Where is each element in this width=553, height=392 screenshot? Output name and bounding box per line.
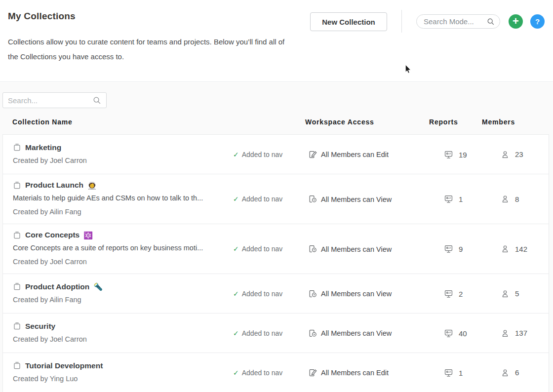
check-icon: ✓ [233, 290, 239, 298]
collection-creator: Created by Ying Luo [13, 372, 230, 386]
access-view-icon [308, 195, 317, 204]
collection-name-link[interactable]: Marketing [25, 142, 61, 154]
access-edit-icon [308, 368, 317, 377]
table-row[interactable]: Product Launch 👩‍🚀 Materials to help gui… [3, 174, 549, 224]
collection-name-cell: Core Concepts 🔯 Core Concepts are a suit… [3, 224, 230, 274]
added-to-nav-status: ✓ Added to nav [233, 290, 282, 298]
column-header-name: Collection Name [12, 118, 73, 126]
reports-cell: 19 [444, 150, 467, 159]
workspace-access-cell: All Members can Edit [308, 368, 389, 377]
members-cell: 5 [501, 289, 519, 298]
reports-icon [444, 150, 453, 159]
access-edit-icon [308, 150, 317, 159]
added-to-nav-label: Added to nav [242, 369, 283, 377]
collections-search-input[interactable] [8, 96, 93, 105]
collection-name-link[interactable]: Security [25, 320, 55, 332]
members-icon [501, 150, 510, 159]
members-count: 137 [515, 329, 527, 337]
collection-name-link[interactable]: Tutorial Development [25, 360, 103, 372]
collection-name-cell: Product Adoption 🔦 Created by Ailin Fang [3, 274, 230, 313]
table-row[interactable]: Security Created by Joel Carron ✓ Added … [3, 314, 549, 353]
members-icon [501, 244, 510, 253]
table-row[interactable]: Product Adoption 🔦 Created by Ailin Fang… [3, 274, 549, 314]
collection-name-link[interactable]: Product Launch [25, 179, 83, 191]
members-count: 23 [515, 150, 523, 158]
reports-icon [444, 328, 453, 338]
page-title: My Collections [8, 11, 76, 22]
added-to-nav-status: ✓ Added to nav [233, 329, 282, 337]
added-to-nav-label: Added to nav [242, 290, 283, 298]
members-cell: 8 [501, 195, 519, 203]
collection-name-link[interactable]: Product Adoption [25, 281, 89, 293]
my-collections-page: My Collections Collections allow you to … [0, 0, 553, 392]
column-header-members: Members [482, 118, 515, 126]
column-header-reports: Reports [429, 118, 458, 126]
collection-name-cell: Marketing Created by Joel Carron [3, 135, 230, 174]
collection-name-cell: Product Launch 👩‍🚀 Materials to help gui… [3, 174, 230, 224]
collection-creator: Created by Joel Carron [13, 255, 230, 269]
reports-cell: 9 [444, 244, 463, 254]
help-button[interactable]: ? [530, 14, 545, 29]
collection-description: Core Concepts are a suite of reports on … [13, 241, 230, 255]
table-row[interactable]: Tutorial Development Created by Ying Luo… [3, 353, 549, 392]
members-icon [501, 329, 510, 338]
table-row[interactable]: Marketing Created by Joel Carron ✓ Added… [3, 135, 549, 174]
collections-table-body: Marketing Created by Joel Carron ✓ Added… [2, 134, 549, 392]
page-description: Collections allow you to curate content … [8, 35, 292, 64]
reports-cell: 2 [444, 289, 463, 298]
collections-panel: Collection Name Workspace Access Reports… [0, 82, 553, 392]
collection-creator: Created by Ailin Fang [13, 293, 230, 307]
reports-cell: 40 [444, 328, 467, 338]
reports-icon [444, 244, 453, 254]
collection-name-cell: Tutorial Development Created by Ying Luo [3, 353, 230, 392]
added-to-nav-label: Added to nav [242, 151, 283, 158]
workspace-access-cell: All Members can View [308, 328, 392, 338]
members-count: 6 [515, 368, 519, 377]
collection-name-cell: Security Created by Joel Carron [3, 314, 230, 353]
global-search[interactable] [416, 14, 500, 29]
header-divider [401, 10, 402, 33]
workspace-access-label: All Members can View [321, 245, 392, 253]
added-to-nav-label: Added to nav [242, 329, 283, 337]
collection-emoji: 🔦 [93, 283, 103, 290]
check-icon: ✓ [233, 369, 239, 377]
members-cell: 6 [501, 368, 519, 377]
global-search-input[interactable] [424, 17, 487, 26]
reports-count: 1 [459, 368, 463, 377]
check-icon: ✓ [233, 151, 239, 158]
collections-search[interactable] [2, 92, 107, 108]
added-to-nav-status: ✓ Added to nav [233, 245, 282, 253]
members-icon [501, 289, 510, 298]
reports-icon [444, 368, 453, 377]
members-count: 5 [515, 289, 519, 298]
workspace-access-label: All Members can Edit [321, 369, 389, 377]
members-cell: 137 [501, 329, 527, 338]
reports-cell: 1 [444, 368, 463, 377]
reports-icon [444, 195, 453, 204]
reports-count: 1 [459, 195, 463, 203]
workspace-access-label: All Members can View [321, 329, 392, 337]
add-button[interactable]: + [509, 14, 523, 29]
clipboard-icon [13, 181, 21, 190]
members-count: 8 [515, 195, 519, 203]
members-icon [501, 195, 510, 203]
search-icon [93, 96, 101, 105]
table-row[interactable]: Core Concepts 🔯 Core Concepts are a suit… [3, 224, 549, 274]
members-cell: 142 [501, 244, 527, 253]
table-column-headers: Collection Name Workspace Access Reports… [0, 118, 553, 134]
page-header: My Collections Collections allow you to … [0, 0, 553, 82]
reports-count: 19 [459, 150, 467, 158]
added-to-nav-status: ✓ Added to nav [233, 151, 282, 158]
collection-name-link[interactable]: Core Concepts [25, 229, 79, 241]
collection-creator: Created by Ailin Fang [13, 205, 230, 219]
reports-count: 2 [459, 289, 463, 298]
access-view-icon [308, 244, 317, 254]
column-header-access: Workspace Access [305, 118, 374, 126]
clipboard-icon [13, 282, 21, 291]
collection-creator: Created by Joel Carron [13, 332, 230, 346]
added-to-nav-label: Added to nav [242, 245, 283, 253]
new-collection-button[interactable]: New Collection [310, 12, 387, 31]
collection-description: Materials to help guide AEs and CSMs on … [13, 191, 230, 205]
workspace-access-label: All Members can Edit [321, 151, 389, 158]
clipboard-icon [13, 143, 21, 152]
